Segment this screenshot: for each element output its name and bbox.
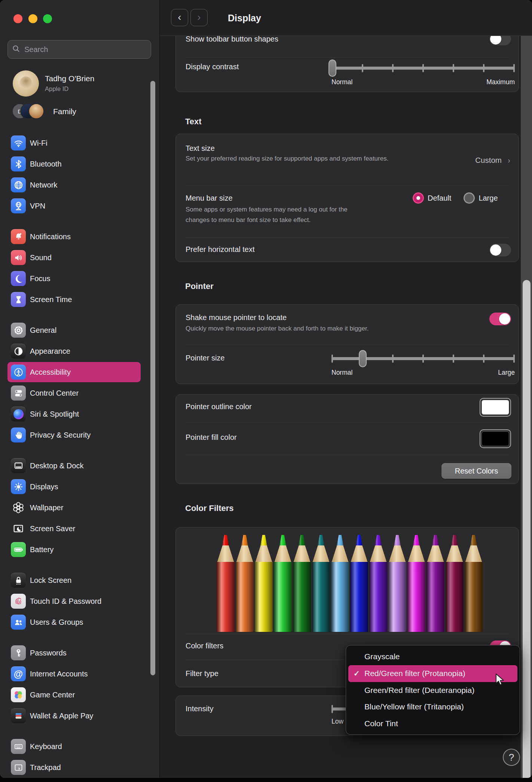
sidebar-item-users-groups[interactable]: Users & Groups [0,612,159,633]
pointer-size-slider[interactable]: NormalLarge [331,349,515,376]
slider-tick [483,355,484,363]
family-avatar [28,103,44,119]
sidebar-item-touch-id-password[interactable]: Touch ID & Password [0,591,159,612]
shake-pointer-description: Quickly move the mouse pointer back and … [186,323,425,334]
slider-tick [513,355,515,363]
divider [186,455,509,455]
sidebar-item-apple-id[interactable]: Tadhg O'Brien Apple ID [0,67,159,101]
sidebar-group: KeyboardTrackpad [0,736,159,778]
radio-large[interactable] [464,192,475,204]
scrollbar-track[interactable] [521,36,532,778]
slider-knob[interactable] [359,350,367,367]
sidebar-item-bluetooth[interactable]: Bluetooth [0,153,159,174]
sidebar-item-label: Screen Time [30,295,72,304]
lock-icon [11,573,26,588]
reset-colors-button[interactable]: Reset Colors [441,463,511,479]
menu-item-blue-yellow-filter-tritanopia[interactable]: Blue/Yellow filter (Tritanopia) [346,699,520,715]
sidebar-item-accessibility[interactable]: Accessibility [0,362,159,383]
sidebar-item-displays[interactable]: Displays [0,476,159,497]
sidebar-item-general[interactable]: General [0,320,159,341]
section-heading-text: Text [185,117,202,127]
sidebar-item-internet-accounts[interactable]: @Internet Accounts [0,663,159,684]
search-field[interactable] [7,40,151,59]
sidebar-item-wallpaper[interactable]: Wallpaper [0,497,159,518]
gear-icon [11,323,26,338]
sidebar-item-lock-screen[interactable]: Lock Screen [0,570,159,591]
avatar [13,70,39,97]
sidebar-item-network[interactable]: Network [0,174,159,195]
sidebar-scrollbar[interactable] [150,81,155,675]
main-pane: Show toolbar button shapes Display contr… [159,0,532,778]
sidebar-items: Wi-FiBluetoothNetworkVPNNotificationsSou… [0,133,159,778]
sidebar-item-sound[interactable]: Sound [0,247,159,268]
forward-button[interactable]: › [190,9,208,26]
minimize-window-button[interactable] [28,14,37,23]
sidebar-item-passwords[interactable]: Passwords [0,642,159,663]
radio-default[interactable] [413,192,424,204]
sidebar-item-notifications[interactable]: Notifications [0,226,159,247]
sidebar-item-appearance[interactable]: Appearance [0,341,159,362]
show-toolbar-shapes-label: Show toolbar button shapes [186,35,278,43]
back-button[interactable]: ‹ [171,9,188,26]
menu-item-grayscale[interactable]: Grayscale [346,648,520,665]
sidebar-item-vpn[interactable]: VPN [0,195,159,216]
pointer-outline-color-label: Pointer outline color [186,402,252,411]
sidebar-group: NotificationsSoundFocusScreen Time [0,226,159,310]
pencil [236,535,254,632]
shake-pointer-toggle[interactable] [489,313,511,325]
menu-item-label: Grayscale [364,652,400,661]
help-button[interactable]: ? [503,749,520,766]
slider-tick [513,64,515,72]
sidebar-selection-highlight [7,362,141,382]
sidebar-item-battery[interactable]: Battery [0,539,159,560]
sidebar-item-wi-fi[interactable]: Wi-Fi [0,133,159,153]
text-size-value: Custom [475,156,502,164]
sidebar-item-siri-spotlight[interactable]: Siri & Spotlight [0,404,159,425]
scrollbar-thumb[interactable] [523,280,531,778]
pointer-fill-color-well[interactable] [480,429,511,448]
pointer-card: Shake mouse pointer to locate Quickly mo… [175,304,519,384]
close-window-button[interactable] [13,14,22,23]
sidebar-group: Wi-FiBluetoothNetworkVPN [0,133,159,216]
search-input[interactable] [24,45,136,54]
sidebar-item-focus[interactable]: Focus [0,268,159,289]
sidebar-item-label: Displays [30,483,58,491]
sidebar-item-family[interactable]: D Family [0,100,159,123]
desktop-icon [11,458,26,473]
sidebar-item-trackpad[interactable]: Trackpad [0,757,159,778]
sidebar-item-game-center[interactable]: Game Center [0,684,159,705]
menu-bar-size-radios: Default Large [413,192,498,204]
divider [186,57,509,58]
menu-item-green-red-filter-deuteranopia[interactable]: Green/Red filter (Deuteranopia) [346,682,520,699]
sidebar-item-screen-saver[interactable]: Screen Saver [0,518,159,539]
menu-item-color-tint[interactable]: Color Tint [346,715,520,732]
sidebar-item-label: Battery [30,545,53,554]
menu-item-label: Green/Red filter (Deuteranopia) [364,686,474,694]
prefer-horizontal-text-toggle[interactable] [489,244,511,256]
divider [186,634,509,634]
sidebar-item-label: Game Center [30,691,75,699]
bluetooth-icon [11,156,26,171]
search-icon [12,45,20,54]
sidebar-item-label: Wallet & Apple Pay [30,712,93,720]
sidebar-item-label: Wallpaper [30,503,63,512]
text-size-value-button[interactable]: Custom › [475,156,510,165]
menu-item-red-green-filter-protanopia[interactable]: ✓Red/Green filter (Protanopia) [348,665,517,682]
sidebar-item-desktop-dock[interactable]: Desktop & Dock [0,455,159,476]
at-icon: @ [11,666,26,681]
shake-pointer-label: Shake mouse pointer to locate [186,313,287,322]
sidebar-item-keyboard[interactable]: Keyboard [0,736,159,757]
slider-knob[interactable] [328,60,336,77]
sidebar-item-wallet-apple-pay[interactable]: Wallet & Apple Pay [0,705,159,726]
pencil [217,535,235,632]
sidebar-item-label: Appearance [30,347,70,356]
zoom-window-button[interactable] [43,14,52,23]
pointer-outline-color-well[interactable] [480,398,511,417]
display-contrast-slider[interactable]: NormalMaximum [331,59,515,86]
battery-icon [11,542,26,557]
sidebar-item-control-center[interactable]: Control Center [0,383,159,404]
sidebar-item-screen-time[interactable]: Screen Time [0,289,159,310]
sidebar-item-privacy-security[interactable]: Privacy & Security [0,425,159,445]
display-contrast-label: Display contrast [186,63,239,71]
sidebar-item-label: Trackpad [30,763,61,772]
